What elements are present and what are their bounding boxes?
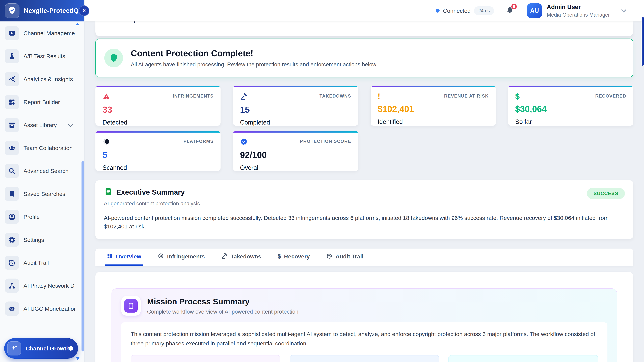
- sidebar-item-label: Asset Library: [24, 122, 69, 128]
- tab-takedowns[interactable]: Takedowns: [220, 249, 263, 266]
- tab-label: Audit Trail: [336, 253, 364, 260]
- banner-title: Content Protection Complete!: [131, 48, 378, 58]
- sidebar-collapse-button[interactable]: «: [79, 5, 90, 16]
- phase-card-enforcement: 2 Phase 2: Enforcement Enforcer Agent au…: [290, 355, 439, 362]
- grid-icon: [106, 253, 113, 260]
- sidebar-item-channel-growth-active[interactable]: Channel Growth ...: [4, 338, 78, 359]
- analytics-search-icon: [5, 72, 19, 86]
- sidebar-item-label: Analytics & Insights: [24, 76, 75, 82]
- exclamation-icon: !: [378, 92, 380, 100]
- brand-logo: [5, 3, 20, 18]
- tab-infringements[interactable]: Infringements: [156, 249, 206, 266]
- page-scrollbar[interactable]: [641, 0, 644, 362]
- sidebar-item-audit-trail[interactable]: Audit Trail: [5, 255, 75, 271]
- sidebar-item-ai-ugc-monetization[interactable]: AI UGC Monetization: [5, 301, 75, 317]
- sidebar-item-label: Channel Manageme...: [24, 30, 75, 36]
- stat-label: PLATFORMS: [184, 139, 214, 144]
- mission-intro: This content protection mission leverage…: [131, 329, 598, 348]
- sidebar-scrollbar-thumb[interactable]: [82, 161, 84, 352]
- tab-label: Overview: [116, 253, 141, 260]
- user-menu[interactable]: AU Admin User Media Operations Manager: [527, 3, 626, 18]
- page-scrollbar-thumb[interactable]: [642, 17, 644, 66]
- sidebar-scroll-up-arrow[interactable]: [76, 23, 80, 25]
- globe-icon: [102, 138, 110, 146]
- stat-value: $102,401: [378, 104, 489, 114]
- latency-badge: 24ms: [474, 6, 494, 15]
- sidebar-item-advanced-search[interactable]: Advanced Search: [5, 163, 75, 179]
- sidebar-item-profile[interactable]: Profile: [5, 209, 75, 225]
- sidebar-item-ab-test-results[interactable]: A/B Test Results: [5, 48, 75, 64]
- notifications-button[interactable]: 6: [506, 6, 514, 15]
- sidebar-item-report-builder[interactable]: Report Builder: [5, 94, 75, 110]
- stat-sub: Completed: [240, 119, 351, 126]
- shield-check-icon: [8, 6, 16, 15]
- tab-overview[interactable]: Overview: [105, 249, 143, 266]
- stat-card-revenue-at-risk: ! REVENUE AT RISK $102,401 Identified: [371, 86, 496, 126]
- sidebar-scroll-down-arrow[interactable]: [76, 357, 80, 360]
- mission-icon-frame: [121, 296, 141, 316]
- clipped-stat-value: 2m 34s: [552, 21, 579, 23]
- sidebar-item-analytics-insights[interactable]: Analytics & Insights: [5, 71, 75, 87]
- bell-icon: [506, 12, 514, 15]
- sidebar-item-label: Audit Trail: [24, 260, 75, 266]
- sidebar-item-asset-library[interactable]: Asset Library: [5, 117, 75, 133]
- stat-card-takedowns: TAKEDOWNS 15 Completed: [233, 86, 358, 126]
- sidebar-item-channel-management[interactable]: Channel Manageme...: [5, 25, 75, 41]
- sidebar-item-saved-searches[interactable]: Saved Searches: [5, 186, 75, 202]
- stat-sub: Overall: [240, 164, 351, 171]
- stat-label: REVENUE AT RISK: [444, 93, 489, 99]
- sidebar-item-label: Saved Searches: [24, 191, 75, 197]
- sidebar-item-ai-piracy-network[interactable]: AI Piracy Network D...: [5, 278, 75, 294]
- sidebar-item-label: Channel Growth ...: [26, 345, 68, 352]
- tab-label: Recovery: [284, 253, 310, 260]
- scrolled-stats-card: 47,500 $6.5001 ✓ 2m 34s: [96, 21, 633, 36]
- sidebar-item-settings[interactable]: Settings: [5, 232, 75, 248]
- stat-value: 15: [240, 105, 351, 115]
- sparkles-icon: [7, 341, 21, 356]
- connection-label: Connected: [443, 7, 470, 14]
- people-icon: [5, 141, 19, 155]
- phase-card-detection: 1 Phase 1: Detection Guardian Agent scan…: [131, 355, 280, 362]
- stat-sub: Detected: [102, 119, 214, 126]
- mission-title: Mission Process Summary: [147, 297, 298, 306]
- sidebar-item-team-collaboration[interactable]: Team Collaboration: [5, 140, 75, 156]
- success-badge: SUCCESS: [587, 188, 625, 199]
- phase-card-recovery: 3 Phase 3: Recovery Monetizer Agent calc…: [448, 355, 598, 362]
- tab-content-panel: Mission Process Summary Complete workflo…: [96, 272, 633, 362]
- clipped-stat-value: $6.5001: [309, 21, 338, 23]
- sidebar: Nexgile-ProtectIQ « Channel Manageme... …: [0, 0, 85, 362]
- stat-value: $30,064: [515, 104, 626, 114]
- stat-card-platforms: PLATFORMS 5 Scanned: [96, 131, 220, 171]
- sidebar-item-label: AI Piracy Network D...: [24, 283, 75, 289]
- flask-icon: [5, 49, 19, 63]
- shield-icon: [104, 49, 123, 67]
- sidebar-item-label: Advanced Search: [24, 168, 75, 174]
- stat-sub: So far: [515, 118, 626, 125]
- warning-triangle-icon: [102, 92, 110, 101]
- tab-audit-trail[interactable]: Audit Trail: [324, 249, 365, 266]
- user-name: Admin User: [547, 3, 610, 10]
- chevron-down-icon: [621, 7, 626, 12]
- connection-status: Connected 24ms: [436, 6, 494, 15]
- phases-grid: 1 Phase 1: Detection Guardian Agent scan…: [131, 355, 598, 362]
- sidebar-item-label: Settings: [24, 237, 75, 243]
- brand-title: Nexgile-ProtectIQ: [24, 7, 79, 14]
- avatar: AU: [527, 3, 542, 18]
- stat-label: INFRINGEMENTS: [173, 93, 214, 99]
- stat-label: TAKEDOWNS: [320, 93, 351, 99]
- stat-value: 92/100: [240, 150, 351, 160]
- main-content: 47,500 $6.5001 ✓ 2m 34s Content Protecti…: [85, 21, 644, 362]
- mission-subtitle: Complete workflow overview of AI-powered…: [147, 309, 298, 315]
- sidebar-item-label: AI UGC Monetization: [24, 306, 75, 312]
- status-dot: [68, 346, 73, 351]
- stat-sub: Scanned: [102, 164, 214, 171]
- tab-label: Takedowns: [230, 253, 261, 260]
- dollar-icon: $: [515, 92, 520, 100]
- tab-recovery[interactable]: $ Recovery: [276, 249, 312, 266]
- sidebar-item-label: Report Builder: [24, 99, 75, 105]
- sidebar-item-label: Team Collaboration: [24, 145, 75, 151]
- network-icon: [5, 279, 19, 293]
- gavel-icon: [221, 253, 228, 260]
- dashboard-plus-icon: [5, 95, 19, 109]
- tab-label: Infringements: [167, 253, 205, 260]
